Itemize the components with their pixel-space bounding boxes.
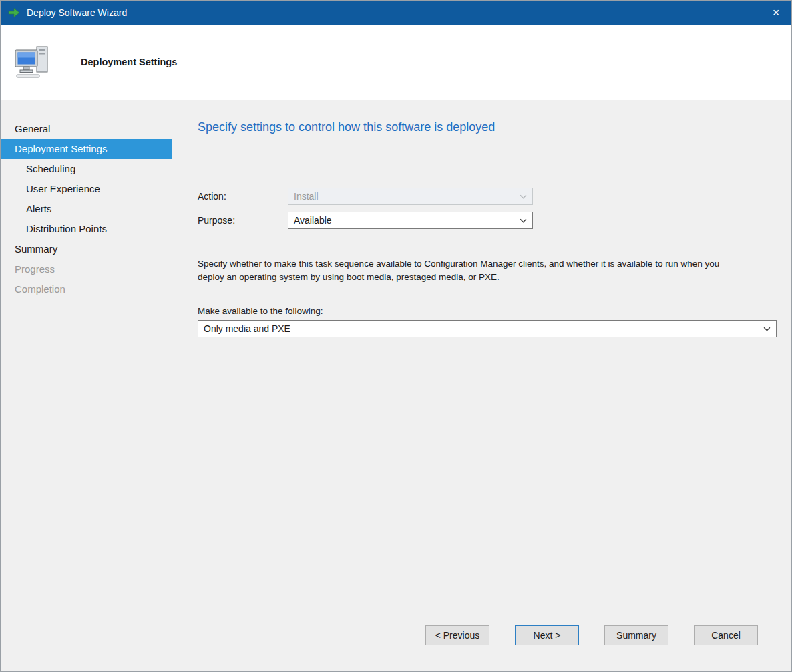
nav-item-alerts[interactable]: Alerts xyxy=(1,199,172,219)
make-available-dropdown[interactable]: Only media and PXE xyxy=(198,320,777,337)
purpose-value: Available xyxy=(294,215,332,226)
make-available-value: Only media and PXE xyxy=(204,323,290,334)
action-label: Action: xyxy=(198,191,288,202)
purpose-row: Purpose: Available xyxy=(198,212,777,229)
close-button[interactable]: ✕ xyxy=(761,1,791,25)
window-title: Deploy Software Wizard xyxy=(27,7,761,18)
previous-button[interactable]: < Previous xyxy=(425,625,489,645)
content-main: Specify settings to control how this sof… xyxy=(172,100,791,605)
page-title: Deployment Settings xyxy=(81,57,177,67)
deploy-software-wizard-window: Deploy Software Wizard ✕ Deployment Sett… xyxy=(0,0,792,672)
description-text: Specify whether to make this task sequen… xyxy=(198,257,742,283)
nav-item-general[interactable]: General xyxy=(1,119,172,139)
nav-item-distribution-points[interactable]: Distribution Points xyxy=(1,219,172,239)
purpose-label: Purpose: xyxy=(198,215,288,226)
nav-item-user-experience[interactable]: User Experience xyxy=(1,179,172,199)
action-row: Action: Install xyxy=(198,188,777,205)
next-button[interactable]: Next > xyxy=(515,625,579,645)
make-available-label: Make available to the following: xyxy=(198,306,777,316)
wizard-content: Specify settings to control how this sof… xyxy=(172,100,791,671)
make-available-wrap: Only media and PXE xyxy=(198,320,777,337)
close-icon: ✕ xyxy=(772,7,780,18)
content-heading: Specify settings to control how this sof… xyxy=(198,120,777,134)
action-dropdown: Install xyxy=(288,188,533,205)
chevron-down-icon xyxy=(514,218,532,223)
chevron-down-icon xyxy=(514,194,532,199)
cancel-button[interactable]: Cancel xyxy=(694,625,758,645)
summary-button[interactable]: Summary xyxy=(604,625,668,645)
chevron-down-icon xyxy=(757,327,776,331)
green-deploy-arrow-icon xyxy=(7,6,21,19)
form-area: Action: Install Purpose: Available xyxy=(198,188,777,229)
nav-item-completion: Completion xyxy=(1,279,172,299)
wizard-body: General Deployment Settings Scheduling U… xyxy=(1,100,791,671)
nav-item-scheduling[interactable]: Scheduling xyxy=(1,159,172,179)
nav-item-summary[interactable]: Summary xyxy=(1,239,172,259)
titlebar[interactable]: Deploy Software Wizard ✕ xyxy=(1,1,791,25)
nav-item-deployment-settings[interactable]: Deployment Settings xyxy=(1,139,172,159)
purpose-dropdown[interactable]: Available xyxy=(288,212,533,229)
nav-item-progress: Progress xyxy=(1,259,172,279)
wizard-nav: General Deployment Settings Scheduling U… xyxy=(1,100,172,671)
computer-icon xyxy=(13,44,51,80)
wizard-header: Deployment Settings xyxy=(1,25,791,100)
action-value: Install xyxy=(294,191,319,202)
wizard-footer: < Previous Next > Summary Cancel xyxy=(172,605,791,671)
